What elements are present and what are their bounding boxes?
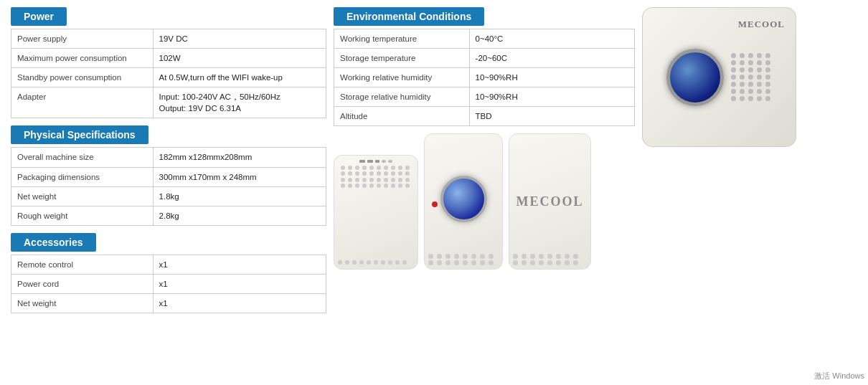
table-row: Power supply 19V DC [11, 29, 326, 49]
power-header: Power [11, 7, 67, 26]
adapter-label: Adapter [11, 87, 154, 118]
working-temp-value: 0~40°C [469, 29, 634, 49]
net-weight-value: 1.8kg [153, 186, 326, 206]
mecool-top-label: MECOOL [738, 19, 785, 30]
machine-size-value: 182mm x128mmx208mm [153, 148, 326, 167]
acc-net-weight-label: Net weight [11, 294, 154, 313]
working-humidity-label: Working relative humidity [334, 68, 470, 87]
working-humidity-value: 10~90%RH [469, 68, 634, 87]
standby-label: Standby power consumption [11, 68, 154, 87]
table-row: Maximum power consumption 102W [11, 49, 326, 68]
physical-table: Overall machine size 182mm x128mmx208mm … [11, 147, 326, 225]
table-row: Working temperature 0~40°C [334, 29, 635, 49]
projector-side-image [424, 133, 503, 270]
middle-column: Environmental Conditions Working tempera… [326, 7, 635, 378]
power-cord-label: Power cord [11, 274, 154, 293]
physical-section: Physical Specifications Overall machine … [11, 125, 326, 225]
projector-front-image [334, 155, 418, 270]
accessories-table: Remote control x1 Power cord x1 Net weig… [11, 255, 326, 313]
power-table: Power supply 19V DC Maximum power consum… [11, 29, 326, 118]
table-row: Working relative humidity 10~90%RH [334, 68, 635, 87]
table-row: Remote control x1 [11, 255, 326, 274]
net-weight-label: Net weight [11, 186, 154, 206]
remote-label: Remote control [11, 255, 154, 274]
table-row: Packaging dimensions 300mm x170mm x 248m… [11, 167, 326, 186]
max-power-value: 102W [153, 49, 326, 68]
power-cord-value: x1 [153, 274, 326, 293]
table-row: Net weight x1 [11, 294, 326, 313]
adapter-value: Input: 100-240V AC，50Hz/60HzOutput: 19V … [153, 87, 326, 118]
table-row: Power cord x1 [11, 274, 326, 293]
altitude-value: TBD [469, 107, 634, 126]
working-temp-label: Working temperature [334, 29, 470, 49]
table-row: Net weight 1.8kg [11, 186, 326, 206]
storage-humidity-label: Storage relative humidity [334, 87, 470, 107]
power-supply-label: Power supply [11, 29, 154, 49]
storage-temp-value: -20~60C [469, 49, 634, 68]
environmental-header: Environmental Conditions [334, 7, 484, 26]
mecool-brand-label: MECOOL [516, 194, 583, 209]
table-row: Adapter Input: 100-240V AC，50Hz/60HzOutp… [11, 87, 326, 118]
power-section: Power Power supply 19V DC Maximum power … [11, 7, 326, 118]
table-row: Standby power consumption At 0.5W,turn o… [11, 68, 326, 87]
max-power-label: Maximum power consumption [11, 49, 154, 68]
projector-top-image: MECOOL [642, 7, 796, 147]
power-supply-value: 19V DC [153, 29, 326, 49]
physical-header: Physical Specifications [11, 125, 148, 144]
table-row: Altitude TBD [334, 107, 635, 126]
projector-back-image: MECOOL [509, 133, 591, 270]
left-column: Power Power supply 19V DC Maximum power … [11, 7, 326, 378]
standby-value: At 0.5W,turn off the WIFI wake-up [153, 68, 326, 87]
storage-humidity-value: 10~90%RH [469, 87, 634, 107]
bottom-images-row: MECOOL [334, 133, 635, 270]
machine-size-label: Overall machine size [11, 148, 154, 167]
table-row: Storage relative humidity 10~90%RH [334, 87, 635, 107]
packaging-label: Packaging dimensions [11, 167, 154, 186]
accessories-header: Accessories [11, 233, 96, 252]
accessories-section: Accessories Remote control x1 Power cord… [11, 233, 326, 313]
altitude-label: Altitude [334, 107, 470, 126]
acc-net-weight-value: x1 [153, 294, 326, 313]
watermark-text: 激活 Windows [814, 371, 864, 381]
storage-temp-label: Storage temperature [334, 49, 470, 68]
table-row: Storage temperature -20~60C [334, 49, 635, 68]
right-column: MECOOL 激活 Windows [635, 7, 857, 378]
environmental-table: Working temperature 0~40°C Storage tempe… [334, 29, 635, 126]
remote-value: x1 [153, 255, 326, 274]
table-row: Overall machine size 182mm x128mmx208mm [11, 148, 326, 167]
table-row: Rough weight 2.8kg [11, 206, 326, 225]
packaging-value: 300mm x170mm x 248mm [153, 167, 326, 186]
rough-weight-label: Rough weight [11, 206, 154, 225]
environmental-section: Environmental Conditions Working tempera… [334, 7, 635, 126]
rough-weight-value: 2.8kg [153, 206, 326, 225]
